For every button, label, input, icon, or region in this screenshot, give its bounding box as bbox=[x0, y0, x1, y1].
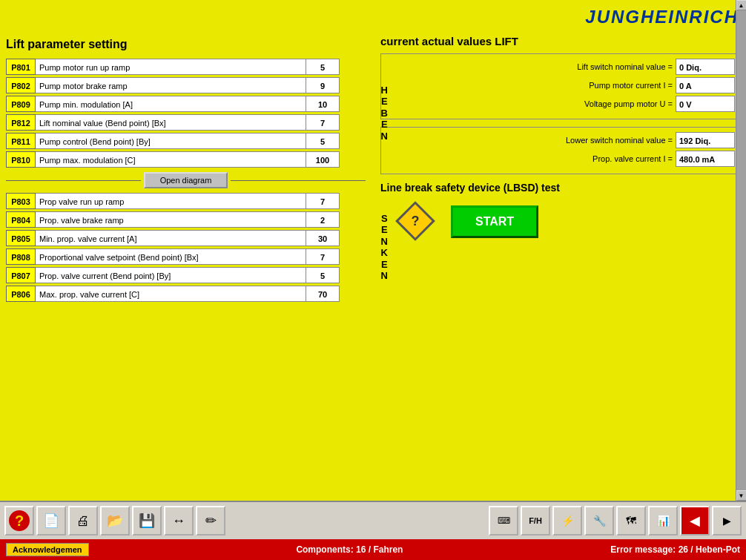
param-row-p802: P802 Pump motor brake ramp 9 bbox=[6, 77, 340, 93]
param-label-p803: Prop valve run up ramp bbox=[36, 193, 306, 209]
print-icon: 🖨 bbox=[76, 513, 90, 529]
right-panel: current actual values LIFT Lift switch n… bbox=[373, 35, 740, 304]
open-diagram-row: Open diagram bbox=[6, 172, 366, 188]
map-button[interactable]: 🗺 bbox=[616, 506, 646, 536]
logo: JUNGHEINRICH bbox=[585, 7, 739, 27]
param-id-p803: P803 bbox=[6, 193, 36, 209]
actual-values-title: current actual values LIFT bbox=[380, 35, 740, 47]
param-value-p807[interactable]: 5 bbox=[306, 267, 340, 283]
top-bar: JUNGHEINRICH bbox=[0, 0, 746, 33]
param-value-p801[interactable]: 5 bbox=[306, 59, 340, 75]
prop-valve-row: Prop. valve current I = 480.0 mA bbox=[386, 151, 735, 167]
param-label-p810: Pump max. modulation [C] bbox=[36, 151, 306, 168]
divider-left bbox=[6, 180, 141, 181]
param-row-p811: P811 Pump control (Bend point) [By] 5 bbox=[6, 133, 340, 149]
panel-title: Lift parameter setting bbox=[6, 35, 366, 54]
param-id-p808: P808 bbox=[6, 248, 36, 265]
edit-button[interactable]: ✏ bbox=[196, 506, 225, 536]
transfer-icon: ↔ bbox=[172, 513, 185, 529]
lift-switch-label: Lift switch nominal value = bbox=[386, 62, 676, 71]
help-button[interactable]: ? bbox=[4, 506, 34, 536]
param-value-p802[interactable]: 9 bbox=[306, 77, 340, 93]
tool-icon: 🔧 bbox=[593, 515, 606, 527]
param-value-p811[interactable]: 5 bbox=[306, 133, 340, 149]
param-row-p810: P810 Pump max. modulation [C] 100 bbox=[6, 151, 340, 168]
chart-button[interactable]: 📊 bbox=[648, 506, 678, 536]
param-value-p809[interactable]: 10 bbox=[306, 96, 340, 112]
open-diagram-button[interactable]: Open diagram bbox=[144, 172, 228, 188]
heben-section: P801 Pump motor run up ramp 5 P802 Pump … bbox=[6, 59, 366, 168]
param-label-p806: Max. prop. valve current [C] bbox=[36, 286, 306, 302]
param-label-p805: Min. prop. valve current [A] bbox=[36, 230, 306, 246]
param-label-p809: Pump min. modulation [A] bbox=[36, 96, 306, 112]
param-label-p807: Prop. valve current (Bend point) [By] bbox=[36, 267, 306, 283]
save-button[interactable]: 💾 bbox=[132, 506, 162, 536]
param-id-p801: P801 bbox=[6, 59, 36, 75]
param-value-p810[interactable]: 100 bbox=[306, 151, 340, 168]
back-icon: ◀ bbox=[690, 513, 700, 529]
param-row-p801: P801 Pump motor run up ramp 5 bbox=[6, 59, 340, 75]
lbsd-help-button[interactable]: ? bbox=[395, 201, 436, 242]
ack-button[interactable]: Acknowledgemen bbox=[6, 543, 89, 556]
param-value-p803[interactable]: 7 bbox=[306, 193, 340, 209]
keyboard-icon: ⌨ bbox=[498, 515, 510, 526]
keyboard-button[interactable]: ⌨ bbox=[489, 506, 518, 536]
bottom-toolbar: ? 📄 🖨 📂 💾 ↔ ✏ ⌨ F/H bbox=[0, 501, 746, 560]
error-status: Error message: 26 / Heben-Pot bbox=[610, 544, 740, 555]
tool-button[interactable]: 🔧 bbox=[584, 506, 614, 536]
more-icon: ▶ bbox=[723, 515, 731, 527]
heben-label: H E B E N bbox=[381, 85, 388, 142]
param-row-p809: P809 Pump min. modulation [A] 10 bbox=[6, 96, 340, 112]
scroll-up[interactable]: ▲ bbox=[736, 0, 747, 10]
param-id-p807: P807 bbox=[6, 267, 36, 283]
param-value-p805[interactable]: 30 bbox=[306, 230, 340, 246]
lower-switch-label: Lower switch nominal value = bbox=[386, 136, 676, 145]
divider-right bbox=[231, 180, 366, 181]
param-id-p811: P811 bbox=[6, 133, 36, 149]
left-panel: Lift parameter setting P801 Pump motor r… bbox=[6, 35, 366, 304]
save-icon: 💾 bbox=[139, 513, 155, 529]
actual-row-lift-switch: Lift switch nominal value = 0 Diq. bbox=[386, 59, 735, 75]
actual-row-pump-current: Pump motor current I = 0 A bbox=[386, 77, 735, 93]
param-id-p804: P804 bbox=[6, 211, 36, 228]
param-value-p804[interactable]: 2 bbox=[306, 211, 340, 228]
fh-button[interactable]: F/H bbox=[521, 506, 550, 536]
param-label-p802: Pump motor brake ramp bbox=[36, 77, 306, 93]
voltage-button[interactable]: ⚡ bbox=[552, 506, 582, 536]
param-id-p802: P802 bbox=[6, 77, 36, 93]
print-button[interactable]: 🖨 bbox=[68, 506, 98, 536]
pump-current-value: 0 A bbox=[676, 77, 735, 93]
param-label-p801: Pump motor run up ramp bbox=[36, 59, 306, 75]
back-button[interactable]: ◀ bbox=[680, 506, 710, 536]
toolbar-right-buttons: ⌨ F/H ⚡ 🔧 🗺 📊 ◀ ▶ bbox=[489, 506, 742, 536]
more-button[interactable]: ▶ bbox=[712, 506, 742, 536]
actual-row-voltage: Voltage pump motor U = 0 V bbox=[386, 96, 735, 112]
lbsd-section: Line break safety device (LBSD) test ? S… bbox=[380, 182, 740, 242]
doc-button[interactable]: 📄 bbox=[36, 506, 66, 536]
map-icon: 🗺 bbox=[626, 515, 636, 527]
param-value-p812[interactable]: 7 bbox=[306, 114, 340, 131]
lbsd-controls: ? START bbox=[380, 201, 740, 242]
logo-text: JUNGHEINRICH bbox=[585, 7, 739, 27]
toolbar-buttons-row: ? 📄 🖨 📂 💾 ↔ ✏ ⌨ F/H bbox=[0, 502, 746, 539]
voltage-label: Voltage pump motor U = bbox=[386, 99, 676, 108]
help-icon: ? bbox=[412, 214, 420, 229]
status-bar: Acknowledgemen Components: 16 / Fahren E… bbox=[0, 539, 746, 560]
param-row-p806: P806 Max. prop. valve current [C] 70 bbox=[6, 286, 340, 302]
senken-section: P803 Prop valve run up ramp 7 P804 Prop.… bbox=[6, 193, 366, 302]
folder-button[interactable]: 📂 bbox=[100, 506, 130, 536]
lift-switch-value: 0 Diq. bbox=[676, 59, 735, 75]
param-value-p806[interactable]: 70 bbox=[306, 286, 340, 302]
volt-icon: ⚡ bbox=[561, 515, 574, 527]
question-icon: ? bbox=[9, 510, 30, 531]
start-button[interactable]: START bbox=[451, 205, 538, 238]
document-icon: 📄 bbox=[43, 513, 59, 529]
scroll-down[interactable]: ▼ bbox=[736, 490, 747, 501]
lower-switch-row: Lower switch nominal value = 192 Diq. bbox=[386, 132, 735, 148]
param-value-p808[interactable]: 7 bbox=[306, 248, 340, 265]
param-label-p804: Prop. valve brake ramp bbox=[36, 211, 306, 228]
param-id-p809: P809 bbox=[6, 96, 36, 112]
param-row-p808: P808 Proportional valve setpoint (Bend p… bbox=[6, 248, 340, 265]
edit-icon: ✏ bbox=[205, 513, 217, 529]
transfer-button[interactable]: ↔ bbox=[164, 506, 194, 536]
